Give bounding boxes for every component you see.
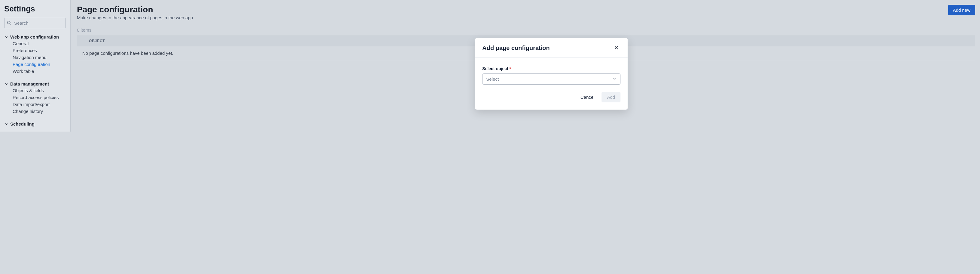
chevron-down-icon bbox=[612, 77, 616, 82]
page-title: Page configuration bbox=[77, 5, 193, 14]
modal-header: Add page configuration bbox=[475, 38, 628, 58]
nav-section-web-app: Web app configuration General Preference… bbox=[4, 34, 69, 75]
close-icon bbox=[613, 47, 619, 51]
page-header: Page configuration Make changes to the a… bbox=[77, 5, 975, 20]
sidebar-item-general[interactable]: General bbox=[4, 40, 69, 47]
chevron-down-icon bbox=[4, 122, 8, 126]
required-indicator: * bbox=[509, 66, 511, 71]
nav-section-label: Scheduling bbox=[10, 121, 35, 127]
sidebar-item-page-configuration[interactable]: Page configuration bbox=[4, 61, 69, 68]
svg-point-0 bbox=[8, 21, 10, 24]
chevron-down-icon bbox=[4, 82, 8, 86]
settings-sidebar: Settings Web app configuration General P… bbox=[0, 0, 71, 131]
nav-section-label: Web app configuration bbox=[10, 34, 59, 40]
select-placeholder: Select bbox=[486, 77, 499, 82]
modal-footer: Cancel Add bbox=[475, 92, 628, 110]
select-object-wrap: Select bbox=[482, 74, 620, 85]
modal-body: Select object * Select bbox=[475, 58, 628, 92]
form-label-text: Select object bbox=[482, 66, 508, 71]
sidebar-item-preferences[interactable]: Preferences bbox=[4, 47, 69, 54]
cancel-button[interactable]: Cancel bbox=[576, 92, 599, 103]
close-button[interactable] bbox=[612, 43, 620, 53]
nav-section-scheduling: Scheduling bbox=[4, 121, 69, 127]
sidebar-item-data-import-export[interactable]: Data import/export bbox=[4, 101, 69, 108]
sidebar-item-objects-fields[interactable]: Objects & fields bbox=[4, 87, 69, 94]
sidebar-item-work-table[interactable]: Work table bbox=[4, 68, 69, 75]
item-count: 0 items bbox=[77, 27, 975, 32]
sidebar-item-change-history[interactable]: Change history bbox=[4, 108, 69, 115]
nav-section-label: Data management bbox=[10, 81, 49, 87]
main-content: Page configuration Make changes to the a… bbox=[71, 0, 980, 131]
sidebar-item-navigation-menu[interactable]: Navigation menu bbox=[4, 54, 69, 61]
add-page-config-modal: Add page configuration Select object * S… bbox=[475, 38, 628, 110]
select-object-label: Select object * bbox=[482, 66, 620, 71]
page-header-text: Page configuration Make changes to the a… bbox=[77, 5, 193, 20]
nav-section-header-web-app[interactable]: Web app configuration bbox=[4, 34, 69, 40]
nav-section-data-management: Data management Objects & fields Record … bbox=[4, 81, 69, 115]
modal-title: Add page configuration bbox=[482, 45, 549, 51]
search-icon bbox=[6, 20, 11, 26]
page-subtitle: Make changes to the appearance of pages … bbox=[77, 15, 193, 20]
select-object-dropdown[interactable]: Select bbox=[482, 74, 620, 85]
nav-section-header-data-management[interactable]: Data management bbox=[4, 81, 69, 87]
chevron-down-icon bbox=[4, 35, 8, 39]
nav-section-header-scheduling[interactable]: Scheduling bbox=[4, 121, 69, 127]
svg-line-1 bbox=[10, 24, 11, 24]
sidebar-item-record-access-policies[interactable]: Record access policies bbox=[4, 94, 69, 101]
add-new-button[interactable]: Add new bbox=[948, 5, 975, 15]
search-input[interactable] bbox=[4, 18, 66, 28]
sidebar-title: Settings bbox=[4, 4, 69, 14]
add-button[interactable]: Add bbox=[602, 92, 621, 103]
search-wrap bbox=[4, 18, 69, 28]
